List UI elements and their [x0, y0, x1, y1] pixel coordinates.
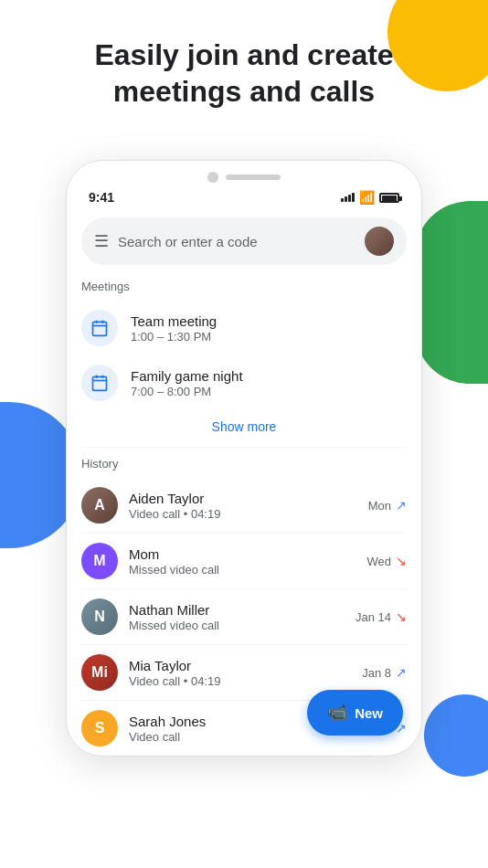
history-name-mia: Mia Taylor [129, 658, 351, 673]
history-meta-mom: Wed ↘ [367, 554, 408, 568]
history-meta-mia: Jan 8 ↗ [362, 665, 407, 680]
battery-icon [379, 193, 399, 203]
meeting-time-family: 7:00 – 8:00 PM [131, 385, 243, 398]
meetings-section-label: Meetings [67, 280, 421, 301]
call-missed-icon-nathan: ↘ [396, 609, 407, 624]
phone-speaker [226, 175, 281, 180]
meeting-item-family[interactable]: Family game night 7:00 – 8:00 PM [67, 355, 421, 410]
avatar-sarah: S [81, 710, 118, 746]
bg-blue-right-circle [424, 694, 488, 777]
history-info-mia: Mia Taylor Video call • 04:19 [129, 658, 351, 688]
user-avatar-img [365, 227, 394, 256]
history-info-mom: Mom Missed video call [129, 546, 356, 577]
calendar-icon-2 [90, 374, 109, 392]
history-sub-mia: Video call • 04:19 [129, 674, 351, 688]
menu-icon[interactable]: ☰ [94, 231, 109, 251]
history-info-aiden: Aiden Taylor Video call • 04:19 [129, 491, 357, 521]
history-date-aiden: Mon [368, 499, 391, 513]
meeting-title-team: Team meeting [131, 313, 217, 329]
signal-icon [341, 193, 355, 202]
svg-rect-0 [93, 322, 107, 335]
history-item-nathan[interactable]: N Nathan Miller Missed video call Jan 14… [67, 589, 421, 644]
history-meta-aiden: Mon ↗ [368, 498, 407, 513]
history-name-aiden: Aiden Taylor [129, 491, 357, 506]
history-sub-mom: Missed video call [129, 563, 356, 577]
calendar-icon [90, 319, 109, 337]
divider-1 [81, 447, 407, 448]
history-section-label: History [67, 457, 421, 478]
phone-top-bar [67, 161, 421, 183]
svg-rect-4 [93, 376, 107, 390]
search-bar[interactable]: ☰ Search or enter a code [81, 217, 407, 265]
history-date-mia: Jan 8 [362, 666, 391, 680]
new-meeting-button[interactable]: 📹 New [307, 690, 403, 736]
search-placeholder[interactable]: Search or enter a code [118, 234, 355, 249]
call-missed-icon-mom: ↘ [396, 554, 407, 568]
meeting-icon-family [81, 365, 118, 401]
history-sub-nathan: Missed video call [129, 619, 345, 632]
wifi-icon: 📶 [359, 190, 375, 205]
history-item-mom[interactable]: M Mom Missed video call Wed ↘ [67, 534, 421, 588]
call-out-icon-mia: ↗ [396, 665, 407, 680]
history-date-mom: Wed [367, 555, 392, 568]
history-sub-aiden: Video call • 04:19 [129, 507, 357, 521]
meeting-time-team: 1:00 – 1:30 PM [131, 330, 217, 344]
history-item-aiden[interactable]: A Aiden Taylor Video call • 04:19 Mon ↗ [67, 478, 421, 533]
user-avatar[interactable] [365, 227, 394, 256]
phone-camera [207, 172, 218, 183]
meeting-info-family: Family game night 7:00 – 8:00 PM [131, 368, 243, 398]
history-name-mom: Mom [129, 546, 356, 562]
history-date-nathan: Jan 14 [355, 610, 391, 624]
avatar-mia: Mi [81, 654, 118, 691]
bg-green-shape [415, 201, 488, 384]
phone-mockup: 9:41 📶 ☰ Search or enter a code Meetings [66, 160, 422, 757]
video-camera-icon: 📹 [327, 703, 347, 723]
history-name-nathan: Nathan Miller [129, 602, 345, 618]
call-out-icon-aiden: ↗ [396, 498, 407, 513]
history-info-nathan: Nathan Miller Missed video call [129, 602, 345, 632]
meeting-title-family: Family game night [131, 368, 243, 384]
avatar-aiden: A [81, 487, 118, 524]
meeting-item-team[interactable]: Team meeting 1:00 – 1:30 PM [67, 301, 421, 355]
show-more-button[interactable]: Show more [67, 410, 421, 447]
meeting-info-team: Team meeting 1:00 – 1:30 PM [131, 313, 217, 344]
avatar-mom: M [81, 543, 118, 579]
avatar-nathan: N [81, 598, 118, 635]
meeting-icon-team [81, 310, 118, 346]
history-meta-nathan: Jan 14 ↘ [355, 609, 407, 624]
status-bar: 9:41 📶 [67, 183, 421, 208]
new-button-label: New [355, 705, 383, 721]
status-time: 9:41 [89, 190, 114, 205]
status-icons: 📶 [341, 190, 399, 205]
header-title: Easily join and create meetings and call… [37, 37, 451, 110]
header-section: Easily join and create meetings and call… [0, 0, 488, 128]
